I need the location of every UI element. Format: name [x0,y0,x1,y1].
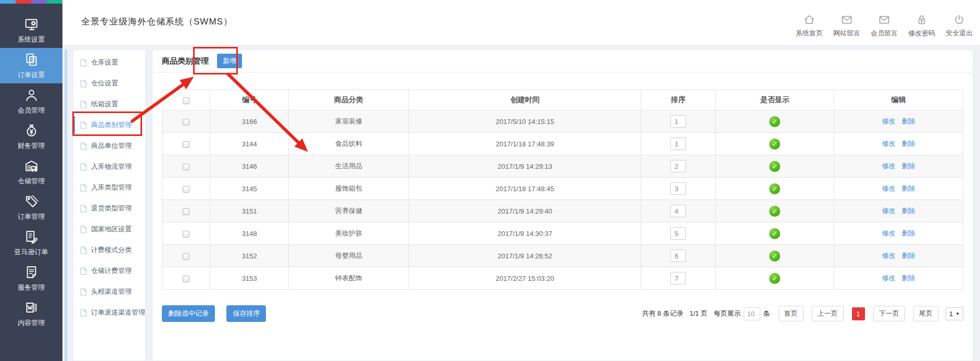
row-checkbox[interactable] [183,119,189,126]
row-select-cell [162,267,210,290]
sort-input[interactable] [670,160,686,172]
row-select-cell [162,178,210,200]
submenu-item-label: 商品单位管理 [91,141,132,151]
topbar-item-site-messages[interactable]: 网站留言 [833,14,860,38]
submenu-item-label: 仓储计费管理 [91,266,132,276]
column-header: 创建时间 [409,90,641,110]
topbar-item-logout[interactable]: 安全退出 [946,14,973,38]
row-checkbox[interactable] [183,231,189,238]
sort-input[interactable] [670,205,686,217]
save-sort-button[interactable]: 保存排序 [226,305,266,322]
delete-link[interactable]: 删除 [902,274,915,282]
sidebar-item-finance-mgmt[interactable]: 财务管理 [0,119,62,154]
submenu-item-product-unit-mgmt[interactable]: 商品单位管理 [73,135,145,156]
submenu-item-product-category-mgmt[interactable]: 商品类别管理 [73,115,145,135]
strip-red [16,0,31,4]
row-checkbox[interactable] [183,186,189,193]
sort-input[interactable] [670,138,686,150]
delete-link[interactable]: 删除 [902,140,915,147]
edit-link[interactable]: 修改 [882,117,896,125]
delete-link[interactable]: 删除 [902,252,915,259]
sidebar-item-member-mgmt[interactable]: 会员管理 [0,83,62,119]
topbar-item-change-password[interactable]: 修改密码 [908,14,935,38]
money-bag-icon [24,123,39,138]
sort-input[interactable] [670,182,686,195]
current-page[interactable]: 1 [852,307,865,320]
submenu-item-storage-billing-mgmt[interactable]: 仓储计费管理 [73,260,145,281]
row-created: 2017/1/18 17:48:45 [409,178,641,200]
submenu-item-first-leg-channel-mgmt[interactable]: 头程渠道管理 [73,281,145,302]
submenu-item-order-dispatch-channel[interactable]: 订单派送渠道管理 [73,302,145,323]
sidebar-item-system-settings[interactable]: 系统设置 [0,13,62,48]
row-checkbox[interactable] [183,208,189,215]
sort-input[interactable] [670,250,686,262]
row-category: 营养保健 [289,200,409,222]
prev-page-button[interactable]: 上一页 [812,306,844,321]
edit-link[interactable]: 修改 [882,274,896,282]
delete-link[interactable]: 删除 [902,117,915,125]
edit-link[interactable]: 修改 [882,252,896,259]
sidebar-item-order-settings[interactable]: 订单设置 [0,48,62,83]
topbar-item-home[interactable]: 系统首页 [796,14,823,38]
edit-link[interactable]: 修改 [882,207,896,215]
select-all-checkbox[interactable] [183,97,189,104]
sidebar-item-amazon-orders[interactable]: 亚马逊订单 [0,225,62,260]
submenu-item-billing-mode-category[interactable]: 计费模式分类 [73,240,145,260]
sidebar-item-order-mgmt[interactable]: 订单管理 [0,190,62,225]
monitor-gear-icon [24,17,39,32]
submenu-item-return-type-mgmt[interactable]: 退货类型管理 [73,198,145,219]
submenu-item-slot-settings[interactable]: 仓位设置 [73,73,145,94]
submenu-item-country-region-settings[interactable]: 国家地区设置 [73,219,145,240]
bulk-actions: 删除选中记录 保存排序 [162,305,266,322]
edit-link[interactable]: 修改 [882,140,896,147]
edit-link[interactable]: 修改 [882,184,896,192]
page-jump-select[interactable]: 1▼ [946,307,963,320]
edit-link[interactable]: 修改 [882,162,896,170]
delete-link[interactable]: 删除 [902,229,915,237]
delete-selected-button[interactable]: 删除选中记录 [162,305,215,322]
sort-input[interactable] [670,272,686,284]
sort-input[interactable] [670,227,686,240]
submenu-item-carton-settings[interactable]: 纸箱设置 [73,94,145,115]
strip-green [47,0,62,4]
row-checkbox[interactable] [183,276,189,282]
sort-input[interactable] [670,115,686,128]
delete-link[interactable]: 删除 [902,162,915,170]
submenu-item-label: 订单派送渠道管理 [91,308,145,317]
row-checkbox[interactable] [183,164,189,170]
visible-check-icon: ✓ [769,273,780,284]
row-checkbox[interactable] [183,141,189,148]
first-page-button[interactable]: 首页 [779,306,804,321]
sidebar-item-service-mgmt[interactable]: 服务管理 [0,260,62,296]
sidebar-item-label: 内容管理 [18,318,45,328]
sidebar-item-warehouse-mgmt[interactable]: 仓储管理 [0,154,62,190]
row-code: 3166 [210,110,289,133]
row-created: 2017/1/9 14:26:52 [409,245,641,267]
row-checkbox[interactable] [183,253,189,260]
visible-check-icon: ✓ [769,116,780,127]
submenu-item-label: 入库类型管理 [91,183,132,192]
per-page-input[interactable] [744,307,760,320]
table-row: 3153钟表配饰2017/2/27 15:03:20✓修改删除 [162,267,963,290]
row-actions-cell: 修改删除 [834,110,963,133]
row-category: 家居装修 [289,110,409,133]
row-category: 钟表配饰 [289,267,409,290]
submenu-item-inbound-type-mgmt[interactable]: 入库类型管理 [73,177,145,198]
table-row: 3152母婴用品2017/1/9 14:26:52✓修改删除 [162,245,963,267]
add-button[interactable]: 新增 [217,54,242,68]
last-page-button[interactable]: 尾页 [913,306,938,321]
submenu-item-label: 仓库设置 [91,58,118,67]
table-row: 3144食品饮料2017/1/18 17:48:39✓修改删除 [162,133,963,155]
delete-link[interactable]: 删除 [902,207,915,215]
edit-link[interactable]: 修改 [882,229,896,237]
next-page-button[interactable]: 下一页 [873,306,905,321]
page-icon [80,267,87,275]
page-icon [80,101,87,108]
delete-link[interactable]: 删除 [902,184,915,192]
submenu-item-warehouse-settings[interactable]: 仓库设置 [73,52,145,73]
per-page-unit: 条 [763,309,770,318]
topbar-item-member-messages[interactable]: 会员留言 [871,14,898,38]
submenu-item-inbound-logistics-mgmt[interactable]: 入库物流管理 [73,156,145,177]
strip-blue [0,0,16,4]
sidebar-item-content-mgmt[interactable]: 内容管理 [0,296,62,331]
